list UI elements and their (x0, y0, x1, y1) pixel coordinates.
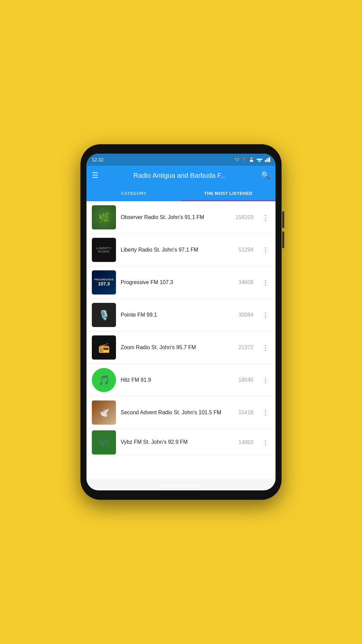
station-logo: 🎙️ (92, 303, 116, 327)
volume-up-button[interactable] (282, 211, 284, 228)
station-logo: 📻 (92, 335, 116, 360)
station-info: Observer Radio St. John's 91.1 FM (121, 214, 231, 221)
station-logo: 🎵 (92, 368, 116, 392)
station-logo: 🎶 (92, 430, 116, 454)
list-item[interactable]: LIBERTYRADIO Liberty Radio St. John's 97… (86, 234, 276, 266)
list-item[interactable]: 🕊️ Second Advent Radio St. John's 101.5 … (86, 396, 276, 429)
search-icon[interactable]: 🔍 (261, 171, 270, 180)
listen-count: 14950 (239, 439, 254, 445)
station-info: Pointe FM 99.1 (121, 312, 234, 319)
station-name: Pointe FM 99.1 (121, 312, 234, 319)
station-name: Hitz FM 91.9 (121, 377, 234, 384)
list-item[interactable]: 🎶 Vybz FM St. John's 92.9 FM 14950 ⋮ (86, 429, 276, 456)
svg-rect-5 (267, 158, 268, 162)
svg-rect-3 (265, 160, 266, 162)
list-item[interactable]: 🌿 Observer Radio St. John's 91.1 FM 1581… (86, 201, 276, 234)
status-bar: 12:32 🛡 📍 💾 (86, 154, 276, 166)
phone-frame: 12:32 🛡 📍 💾 ☰ Radi (80, 144, 282, 500)
more-options-icon[interactable]: ⋮ (261, 310, 270, 320)
station-name: Zoom Radio St. John's 95.7 FM (121, 344, 234, 351)
signal-icon (265, 157, 270, 162)
app-bar: ☰ Radio Antigua and Barbuda F... 🔍 (86, 166, 276, 185)
station-name: Progressive FM 107.3 (121, 279, 234, 286)
volume-down-button[interactable] (282, 231, 284, 248)
sd-icon: 💾 (249, 157, 254, 162)
status-time: 12:32 (92, 157, 104, 162)
list-item[interactable]: 📻 Zoom Radio St. John's 95.7 FM 21372 ⋮ (86, 331, 276, 364)
station-name: Vybz FM St. John's 92.9 FM (121, 439, 234, 446)
station-info: Zoom Radio St. John's 95.7 FM (121, 344, 234, 351)
radio-list[interactable]: 🌿 Observer Radio St. John's 91.1 FM 1581… (86, 201, 276, 479)
wifi-icon (256, 157, 263, 162)
station-logo: 🌿 (92, 205, 116, 229)
station-name: Observer Radio St. John's 91.1 FM (121, 214, 231, 221)
more-options-icon[interactable]: ⋮ (261, 342, 270, 353)
tab-category[interactable]: CATEGORY (86, 185, 181, 201)
station-name: Second Advent Radio St. John's 101.5 FM (121, 409, 234, 416)
status-icons: 🛡 📍 💾 (235, 157, 270, 162)
station-info: Vybz FM St. John's 92.9 FM (121, 439, 234, 446)
station-logo: 🕊️ (92, 400, 116, 425)
listen-count: 30084 (239, 312, 254, 318)
station-info: Hitz FM 91.9 (121, 377, 234, 384)
svg-rect-6 (269, 157, 270, 162)
listen-count: 15418 (239, 410, 254, 416)
svg-rect-4 (266, 159, 267, 162)
station-info: Progressive FM 107.3 (121, 279, 234, 286)
tab-most-listened[interactable]: THE MOST LISTENED (181, 185, 276, 201)
listen-count: 51294 (239, 247, 254, 253)
more-options-icon[interactable]: ⋮ (261, 245, 270, 255)
location-icon: 📍 (241, 157, 247, 162)
list-item[interactable]: 🎵 Hitz FM 91.9 18045 ⋮ (86, 364, 276, 396)
more-options-icon[interactable]: ⋮ (261, 407, 270, 418)
more-options-icon[interactable]: ⋮ (261, 437, 270, 448)
listen-count: 158103 (236, 214, 253, 220)
list-item[interactable]: PROGRESSIVE107.3 Progressive FM 107.3 34… (86, 266, 276, 299)
more-options-icon[interactable]: ⋮ (261, 212, 270, 223)
list-item[interactable]: 🎙️ Pointe FM 99.1 30084 ⋮ (86, 299, 276, 331)
tabs-container: CATEGORY THE MOST LISTENED (86, 185, 276, 201)
listen-count: 18045 (239, 377, 254, 383)
station-logo: PROGRESSIVE107.3 (92, 270, 116, 294)
app-bar-title: Radio Antigua and Barbuda F... (103, 172, 256, 179)
station-logo: LIBERTYRADIO (92, 238, 116, 262)
listen-count: 21372 (239, 344, 254, 351)
home-indicator[interactable] (159, 485, 203, 486)
listen-count: 34609 (239, 279, 254, 285)
svg-marker-2 (258, 161, 261, 162)
more-options-icon[interactable]: ⋮ (261, 277, 270, 288)
station-name: Liberty Radio St. John's 97.1 FM (121, 247, 234, 254)
station-info: Liberty Radio St. John's 97.1 FM (121, 247, 234, 254)
shield-icon: 🛡 (235, 157, 239, 162)
station-info: Second Advent Radio St. John's 101.5 FM (121, 409, 234, 416)
more-options-icon[interactable]: ⋮ (261, 375, 270, 385)
menu-icon[interactable]: ☰ (92, 171, 99, 180)
phone-screen: 12:32 🛡 📍 💾 ☰ Radi (86, 154, 276, 490)
